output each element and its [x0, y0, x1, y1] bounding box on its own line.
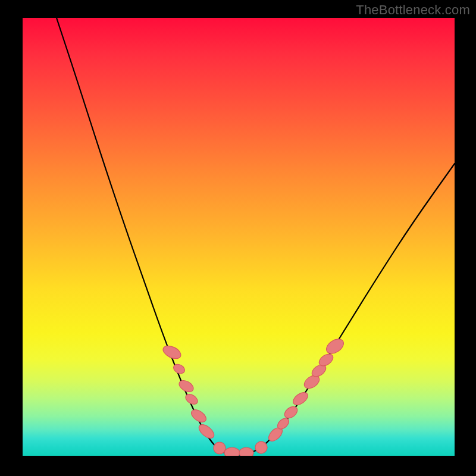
chart-stage: TheBottleneck.com [0, 0, 476, 476]
curve-bead [189, 407, 208, 424]
curve-bead [324, 336, 346, 356]
curve-bead [291, 390, 310, 407]
bottleneck-curve [57, 18, 455, 455]
curve-bead [196, 422, 216, 441]
curve-bead [214, 442, 226, 454]
plot-area [23, 18, 455, 456]
curve-layer [23, 18, 455, 456]
watermark-text: TheBottleneck.com [356, 2, 470, 18]
curve-bead [224, 447, 240, 456]
curve-bead [239, 447, 253, 456]
bead-group [161, 336, 346, 456]
